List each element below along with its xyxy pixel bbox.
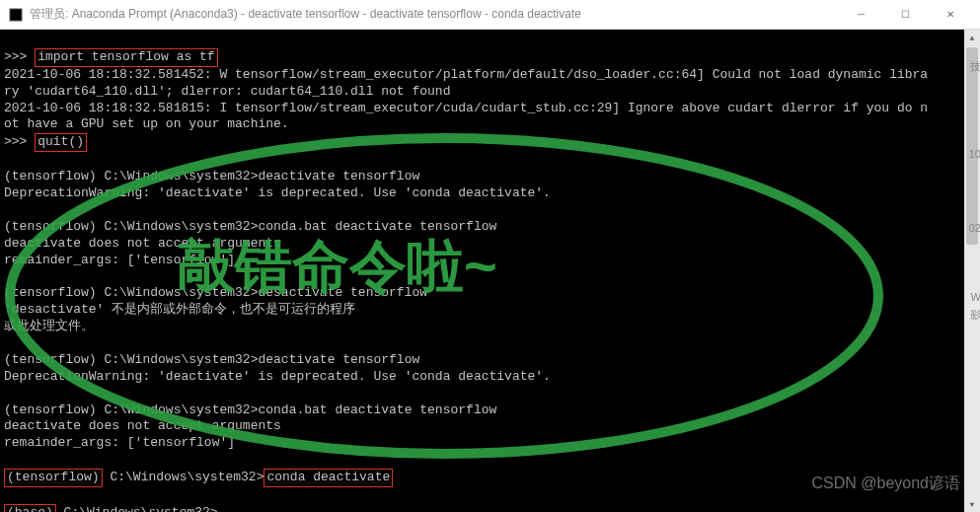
shell-line: (tensorflow) C:\Windows\system32>desacti… — [4, 285, 427, 300]
side-label: 影 — [970, 308, 980, 323]
error-line: 或批处理文件。 — [4, 319, 94, 333]
error-line: deactivate does not accept arguments — [4, 236, 281, 251]
scroll-down-arrow[interactable]: ▼ — [964, 496, 980, 512]
error-line: remainder_args: ['tensorflow'] — [4, 435, 235, 450]
python-prompt: >>> — [4, 134, 35, 149]
titlebar[interactable]: 管理员: Anaconda Prompt (Anaconda3) - deact… — [0, 0, 980, 30]
side-label: 02 — [969, 222, 980, 234]
highlight-quit: quit() — [35, 133, 87, 152]
log-line: 2021-10-06 18:18:32.581815: I tensorflow… — [4, 101, 928, 115]
maximize-button[interactable]: ☐ — [883, 0, 928, 30]
highlight-base: (base) — [4, 504, 56, 512]
python-prompt: >>> — [4, 49, 35, 64]
minimize-button[interactable]: ─ — [839, 0, 883, 30]
shell-line: (tensorflow) C:\Windows\system32>conda.b… — [4, 219, 496, 234]
log-line: ry 'cudart64_110.dll'; dlerror: cudart64… — [4, 84, 450, 99]
shell-line: (tensorflow) C:\Windows\system32>deactiv… — [4, 352, 419, 367]
close-button[interactable]: ✕ — [928, 0, 972, 30]
highlight-env: (tensorflow) — [4, 469, 103, 487]
highlight-conda-deactivate: conda deactivate — [264, 469, 393, 487]
side-label: 10 — [969, 148, 980, 160]
error-line: deactivate does not accept arguments — [4, 418, 281, 433]
app-icon — [8, 7, 24, 23]
highlight-import: import tensorflow as tf — [35, 48, 217, 67]
warning-line: DeprecationWarning: 'deactivate' is depr… — [4, 185, 551, 200]
terminal-output[interactable]: >>> import tensorflow as tf 2021-10-06 1… — [0, 30, 980, 512]
shell-line: (tensorflow) C:\Windows\system32>conda.b… — [4, 402, 496, 417]
log-line: ot have a GPU set up on your machine. — [4, 116, 289, 131]
svg-rect-0 — [10, 9, 22, 21]
log-line: 2021-10-06 18:18:32.581452: W tensorflow… — [4, 67, 928, 82]
window-title: 管理员: Anaconda Prompt (Anaconda3) - deact… — [30, 6, 839, 23]
side-label: 技 — [970, 59, 980, 74]
error-line: remainder_args: ['tensorflow'] — [4, 253, 235, 267]
scroll-up-arrow[interactable]: ▲ — [964, 30, 980, 45]
scrollbar-thumb[interactable] — [966, 47, 978, 245]
warning-line: DeprecationWarning: 'deactivate' is depr… — [4, 369, 551, 384]
shell-line: (tensorflow) C:\Windows\system32>deactiv… — [4, 169, 419, 183]
terminal-window: 管理员: Anaconda Prompt (Anaconda3) - deact… — [0, 0, 980, 512]
vertical-scrollbar[interactable]: ▲ ▼ — [964, 30, 980, 512]
window-controls: ─ ☐ ✕ — [839, 0, 972, 30]
side-label: W — [971, 291, 980, 303]
error-line: 'desactivate' 不是内部或外部命令，也不是可运行的程序 — [4, 302, 355, 317]
